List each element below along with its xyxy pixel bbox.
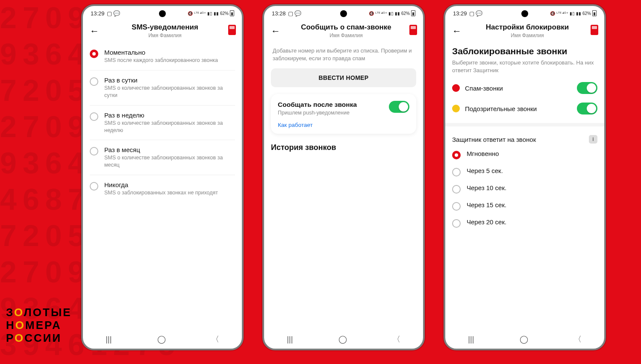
delay-option-row[interactable]: Мгновенно — [452, 146, 597, 163]
sms-option-row[interactable]: Раз в месяцSMS о количестве заблокирован… — [90, 140, 235, 175]
nav-back[interactable]: 〈 — [574, 334, 582, 344]
page-subtitle: Имя Фамилия — [464, 32, 591, 38]
brand-text: О — [14, 306, 24, 319]
page-title: SMS-уведомления — [102, 23, 228, 32]
app-icon[interactable] — [591, 25, 598, 35]
status-time: 13:29 — [453, 10, 467, 17]
yellow-dot-icon — [452, 105, 460, 112]
page-title: Сообщить о спам-звонке — [283, 23, 409, 32]
info-icon[interactable]: i — [589, 135, 597, 144]
spam-calls-toggle[interactable] — [577, 82, 597, 94]
radio-icon — [90, 147, 98, 156]
suspicious-calls-toggle[interactable] — [577, 103, 597, 114]
phone-screen-2: 13:28 ▢ 💬 🔇 ᴸᵀᴱ ⁴ᴳ⁺ ▮▯ ▮▮ 62% ← Сообщить… — [262, 4, 425, 350]
radio-icon — [452, 219, 461, 228]
nav-home[interactable]: ◯ — [157, 335, 166, 344]
phone-screen-1: 13:29 ▢ 💬 🔇 ᴸᵀᴱ ⁴ᴳ⁺ ▮▯ ▮▮ 62% ← SMS-увед… — [81, 4, 244, 350]
nav-recent[interactable]: ||| — [287, 335, 293, 344]
radio-icon — [90, 77, 98, 86]
option-title: Моментально — [104, 49, 218, 56]
brand-text: З — [6, 306, 14, 319]
battery-percent: 62% — [401, 11, 410, 16]
status-time: 13:29 — [91, 10, 105, 17]
nav-back[interactable]: 〈 — [393, 334, 400, 344]
back-button[interactable]: ← — [89, 23, 102, 37]
option-subtitle: SMS о количестве заблокированных звонков… — [104, 85, 235, 99]
back-button[interactable]: ← — [270, 23, 283, 37]
sms-option-row[interactable]: МоментальноSMS после каждого заблокирова… — [90, 43, 235, 70]
status-time: 13:28 — [272, 10, 286, 17]
how-it-works-link[interactable]: Как работает — [278, 122, 313, 128]
battery-percent: 62% — [582, 11, 591, 16]
blocked-calls-sub: Выберите звонки, которые хотите блокиров… — [445, 57, 604, 78]
camera-hole — [159, 10, 166, 17]
radio-icon — [452, 151, 461, 159]
delay-option-row[interactable]: Через 10 сек. — [452, 180, 597, 197]
phone-screen-3: 13:29 ▢ 💬 🔇 ᴸᵀᴱ ⁴ᴳ⁺ ▮▯ ▮▮ 62% ← Настройк… — [444, 4, 606, 350]
brand-text: Н — [6, 319, 15, 332]
brand-text: ССИИ — [24, 332, 62, 344]
status-icons-right: 🔇 ᴸᵀᴱ ⁴ᴳ⁺ ▮▯ ▮▮ — [369, 11, 400, 16]
nav-recent[interactable]: ||| — [106, 335, 112, 344]
battery-percent: 62% — [220, 11, 229, 16]
section-divider — [445, 123, 604, 126]
android-nav-bar: ||| ◯ 〈 — [264, 330, 423, 349]
radio-icon — [452, 202, 461, 211]
status-icons-left: ▢ 💬 — [469, 10, 483, 17]
suspicious-calls-label: Подозрительные звонки — [465, 105, 572, 112]
page-subtitle: Имя Фамилия — [283, 32, 409, 38]
nav-home[interactable]: ◯ — [338, 335, 347, 344]
nav-home[interactable]: ◯ — [520, 335, 528, 344]
battery-icon — [592, 10, 597, 16]
app-icon[interactable] — [409, 25, 417, 35]
brand-text: О — [15, 332, 24, 344]
delay-option-row[interactable]: Через 20 сек. — [452, 214, 597, 232]
call-history-heading: История звонков — [264, 141, 423, 152]
sms-option-row[interactable]: Раз в суткиSMS о количестве заблокирован… — [90, 70, 235, 106]
status-bar: 13:28 ▢ 💬 🔇 ᴸᵀᴱ ⁴ᴳ⁺ ▮▯ ▮▮ 62% — [264, 6, 423, 21]
camera-hole — [340, 10, 347, 17]
status-icons-left: ▢ 💬 — [288, 10, 302, 17]
answer-delay-title: Защитник ответит на звонок — [452, 136, 536, 143]
brand-logo: ЗОЛОТЫЕ НОМЕРА РОССИИ — [6, 306, 72, 344]
android-nav-bar: ||| ◯ 〈 — [445, 330, 604, 349]
card-subtitle: Пришлем push-уведомление — [278, 110, 357, 116]
sms-option-row[interactable]: НикогдаSMS о заблокированных звонках не … — [90, 175, 235, 203]
radio-icon — [90, 182, 98, 191]
page-subtitle: Имя Фамилия — [102, 32, 228, 38]
battery-icon — [230, 10, 234, 16]
brand-text: Р — [6, 332, 15, 344]
app-icon[interactable] — [228, 25, 236, 35]
radio-icon — [452, 185, 461, 194]
delay-label: Через 15 сек. — [467, 201, 506, 208]
notify-after-call-card: Сообщать после звонка Пришлем push-уведо… — [271, 94, 416, 134]
brand-text: ЛОТЫЕ — [24, 306, 72, 319]
sms-option-row[interactable]: Раз в неделюSMS о количестве заблокирова… — [90, 106, 235, 141]
delay-option-row[interactable]: Через 15 сек. — [452, 197, 597, 214]
android-nav-bar: ||| ◯ 〈 — [83, 330, 242, 349]
option-subtitle: SMS о заблокированных звонках не приходя… — [104, 189, 218, 197]
option-title: Раз в месяц — [104, 146, 235, 153]
option-subtitle: SMS о количестве заблокированных звонков… — [104, 154, 235, 169]
delay-label: Через 20 сек. — [467, 218, 506, 226]
nav-recent[interactable]: ||| — [468, 335, 474, 344]
camera-hole — [521, 10, 528, 17]
delay-option-row[interactable]: Через 5 сек. — [452, 163, 597, 180]
delay-label: Через 10 сек. — [467, 184, 506, 191]
option-subtitle: SMS о количестве заблокированных звонков… — [104, 120, 235, 134]
suspicious-calls-row[interactable]: Подозрительные звонки — [445, 98, 604, 119]
status-icons-right: 🔇 ᴸᵀᴱ ⁴ᴳ⁺ ▮▯ ▮▮ — [188, 11, 219, 16]
option-title: Никогда — [104, 181, 218, 188]
notify-toggle[interactable] — [389, 101, 409, 113]
back-button[interactable]: ← — [451, 23, 464, 37]
spam-calls-label: Спам-звонки — [465, 85, 572, 92]
brand-text: МЕРА — [25, 319, 62, 332]
hint-text: Добавьте номер или выберите из списка. П… — [264, 43, 423, 68]
battery-icon — [411, 10, 415, 16]
red-dot-icon — [452, 84, 460, 92]
nav-back[interactable]: 〈 — [212, 334, 219, 344]
spam-calls-row[interactable]: Спам-звонки — [445, 78, 604, 98]
enter-number-button[interactable]: ВВЕСТИ НОМЕР — [271, 68, 416, 87]
option-subtitle: SMS после каждого заблокированного звонк… — [104, 57, 218, 64]
radio-icon — [90, 50, 98, 58]
